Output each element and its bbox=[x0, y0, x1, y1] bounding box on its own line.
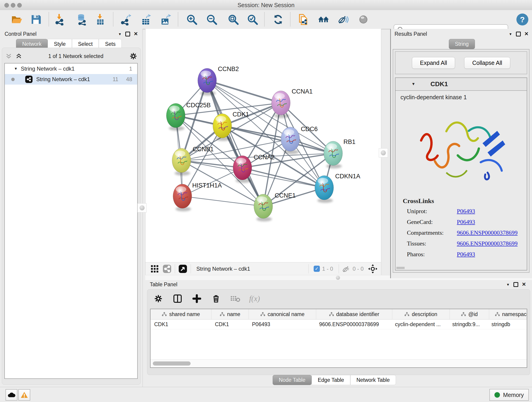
delete-column-icon[interactable] bbox=[211, 294, 221, 304]
selected-checkbox-icon[interactable]: ✓ bbox=[314, 266, 320, 272]
network-row-selected[interactable]: String Network – cdk1 11 48 bbox=[5, 74, 137, 85]
memory-button[interactable]: Memory bbox=[489, 389, 529, 401]
results-panel-menu-icon[interactable]: ▼ bbox=[509, 32, 512, 36]
save-session-icon[interactable] bbox=[30, 13, 42, 26]
network-tree: ▼ String Network – cdk1 1 String Network… bbox=[4, 63, 138, 379]
crosslink-label: GeneCard: bbox=[407, 219, 457, 225]
results-scrollbar-thumb[interactable] bbox=[396, 267, 405, 269]
node-label-CCNE1: CCNE1 bbox=[275, 192, 296, 199]
left-splitter-handle[interactable] bbox=[138, 203, 147, 212]
export-network-icon[interactable] bbox=[120, 13, 132, 26]
table-scrollbar-thumb[interactable] bbox=[153, 361, 191, 366]
open-in-new-window-icon[interactable] bbox=[178, 264, 187, 274]
show-columns-icon[interactable] bbox=[172, 294, 183, 304]
apply-function-icon[interactable]: f(x) bbox=[249, 294, 260, 304]
expand-all-icon[interactable] bbox=[15, 53, 22, 60]
delete-table-icon[interactable] bbox=[230, 294, 240, 304]
column-header-name[interactable]: name bbox=[211, 309, 249, 319]
crosslink-link[interactable]: 9606.ENSP00000378699 bbox=[457, 230, 518, 236]
collapse-all-icon[interactable] bbox=[5, 53, 12, 60]
collapse-all-button[interactable]: Collapse All bbox=[464, 57, 510, 69]
help-button[interactable]: ? bbox=[516, 13, 528, 26]
table-panel-close-icon[interactable]: ✕ bbox=[522, 281, 526, 287]
grid-view-icon[interactable] bbox=[151, 265, 159, 273]
expand-all-button[interactable]: Expand All bbox=[412, 57, 455, 69]
network-node-CDC25B[interactable] bbox=[166, 103, 185, 131]
first-neighbors-icon[interactable] bbox=[317, 13, 329, 26]
table-panel-float-icon[interactable] bbox=[513, 282, 518, 287]
import-network-from-database-icon[interactable] bbox=[76, 13, 88, 26]
control-panel-menu-icon[interactable]: ▼ bbox=[118, 32, 122, 36]
warnings-button[interactable] bbox=[18, 389, 30, 401]
table-panel-menu-icon[interactable]: ▼ bbox=[506, 283, 510, 287]
open-session-icon[interactable] bbox=[11, 13, 23, 26]
table-cell: stringdb bbox=[488, 319, 527, 329]
table-header-row: shared namenamecanonical namedatabase id… bbox=[151, 309, 527, 319]
crosslink-row: Compartments:9606.ENSP00000378699 bbox=[403, 230, 527, 236]
column-header-description[interactable]: description bbox=[392, 309, 450, 319]
zoom-selected-icon[interactable] bbox=[247, 13, 259, 26]
control-panel-float-icon[interactable] bbox=[125, 32, 130, 36]
control-panel-close-icon[interactable]: ✕ bbox=[134, 31, 138, 37]
table-panel-title: Table Panel bbox=[150, 281, 177, 288]
network-options-gear-icon[interactable] bbox=[129, 52, 137, 60]
results-panel-float-icon[interactable] bbox=[516, 32, 521, 36]
clone-network-icon[interactable] bbox=[297, 13, 309, 26]
zoom-out-icon[interactable] bbox=[206, 13, 218, 26]
network-view-panel: CCNB2CCNA1CDC25BCDK1CDC6RB1CCNB1CCNA2CDK… bbox=[145, 29, 381, 275]
zoom-fit-content-icon[interactable] bbox=[227, 13, 239, 26]
crosslink-link[interactable]: P06493 bbox=[457, 208, 475, 215]
hide-selected-icon[interactable] bbox=[337, 13, 349, 26]
tab-node-table[interactable]: Node Table bbox=[273, 375, 312, 385]
zoom-in-icon[interactable] bbox=[186, 13, 198, 26]
memory-status-dot-icon bbox=[494, 392, 500, 398]
gene-symbol: CDK1 bbox=[431, 80, 448, 88]
network-node-CCNB1[interactable] bbox=[172, 148, 191, 176]
node-label-CDC25B: CDC25B bbox=[186, 102, 211, 109]
node-label-CDKN1A: CDKN1A bbox=[335, 173, 360, 180]
table-row[interactable]: CDK1CDK1P064939606.ENSP00000378699cyclin… bbox=[151, 319, 527, 329]
results-panel: Results Panel ▼ ✕ String Expand All Coll… bbox=[390, 29, 532, 278]
export-table-icon[interactable] bbox=[140, 13, 152, 26]
tree-expand-caret-icon[interactable]: ▼ bbox=[14, 67, 18, 71]
crosslink-row: Tissues:9606.ENSP00000378699 bbox=[403, 240, 527, 247]
table-horizontal-scrollbar[interactable] bbox=[151, 359, 527, 367]
network-collection-row[interactable]: ▼ String Network – cdk1 1 bbox=[5, 64, 137, 74]
refresh-view-icon[interactable] bbox=[272, 13, 284, 26]
birds-eye-crosshair-icon[interactable] bbox=[368, 264, 378, 274]
cloud-icon bbox=[7, 392, 15, 398]
network-node-CDKN1A[interactable] bbox=[315, 176, 334, 203]
add-column-icon[interactable] bbox=[192, 294, 202, 304]
network-node-RB1[interactable] bbox=[324, 141, 342, 168]
network-node-CCNB2[interactable] bbox=[198, 68, 216, 96]
import-network-from-file-icon[interactable] bbox=[54, 13, 66, 26]
crosslinks-heading: CrossLinks bbox=[403, 197, 527, 205]
tab-network-table[interactable]: Network Table bbox=[350, 375, 396, 385]
column-header--id[interactable]: @id bbox=[450, 309, 489, 319]
show-all-icon[interactable] bbox=[357, 13, 369, 26]
crosslink-link[interactable]: P06493 bbox=[457, 251, 475, 258]
gene-collapse-caret-icon[interactable]: ▼ bbox=[412, 82, 415, 86]
table-options-gear-icon[interactable] bbox=[153, 294, 163, 304]
crosslink-link[interactable]: P06493 bbox=[457, 219, 475, 225]
network-share-toggle-icon[interactable] bbox=[162, 264, 172, 274]
column-header-namespace[interactable]: namespace bbox=[489, 309, 527, 319]
import-table-from-file-icon[interactable] bbox=[94, 13, 106, 26]
network-tab-page: 1 of 1 Network selected ▼ String Network… bbox=[2, 48, 141, 385]
crosslink-label: Uniprot: bbox=[407, 208, 457, 215]
tab-edge-table[interactable]: Edge Table bbox=[312, 375, 350, 385]
column-header-shared-name[interactable]: shared name bbox=[151, 309, 211, 319]
network-node-HIST1H1A[interactable] bbox=[173, 184, 192, 211]
export-image-icon[interactable] bbox=[160, 13, 172, 26]
network-node-CCNE1[interactable] bbox=[254, 194, 273, 221]
tab-string[interactable]: String bbox=[449, 39, 475, 49]
crosslink-link[interactable]: 9606.ENSP00000378699 bbox=[457, 240, 518, 247]
right-splitter-handle[interactable] bbox=[379, 148, 388, 157]
network-view-statusbar: String Network – cdk1 ✓ 1 - 0 0 - 0 bbox=[146, 262, 381, 275]
cloud-status-button[interactable] bbox=[6, 389, 17, 401]
node-count: 11 bbox=[113, 76, 118, 83]
column-header-database-identifier[interactable]: database identifier bbox=[316, 309, 392, 319]
column-header-canonical-name[interactable]: canonical name bbox=[249, 309, 316, 319]
network-canvas[interactable]: CCNB2CCNA1CDC25BCDK1CDC6RB1CCNB1CCNA2CDK… bbox=[146, 29, 381, 262]
results-panel-close-icon[interactable]: ✕ bbox=[525, 31, 529, 37]
